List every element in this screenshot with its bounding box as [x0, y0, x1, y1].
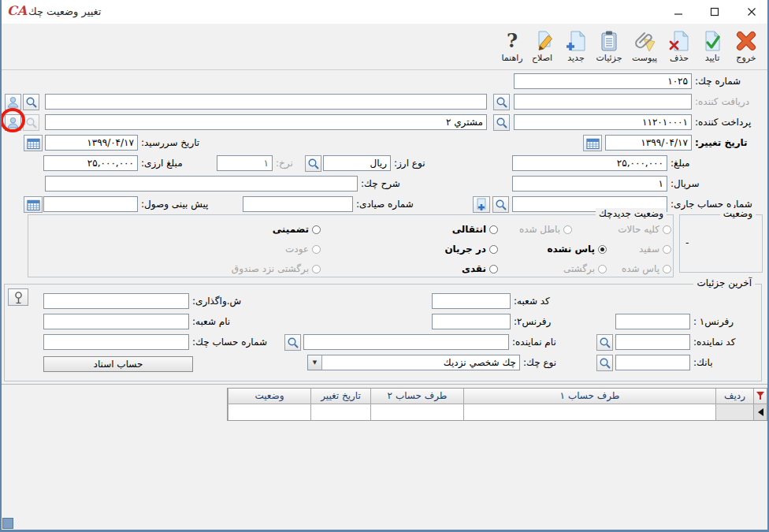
branch-code-field[interactable] — [432, 293, 511, 309]
payer-name-field[interactable]: مشتري ۲ — [45, 114, 487, 130]
currency-search-button[interactable] — [305, 155, 321, 172]
search-icon — [495, 199, 507, 211]
receiver-person-button[interactable] — [5, 94, 21, 110]
delete-button[interactable]: حذف — [663, 25, 695, 66]
chevron-down-icon[interactable]: ▼ — [308, 355, 322, 370]
column-header-change-date[interactable]: تاریخ تغییر — [310, 389, 370, 404]
radio-blank[interactable]: سفید — [639, 243, 671, 255]
maximize-button[interactable] — [703, 5, 726, 19]
agent-name-search-button[interactable] — [284, 334, 301, 351]
column-header-account1[interactable]: طرف حساب ۱ — [463, 389, 715, 404]
change-date-field[interactable]: ۱۳۹۹/۰۴/۱۷ — [605, 135, 692, 151]
branch-name-field[interactable] — [43, 314, 189, 329]
amount-field[interactable]: ۲۵,۰۰۰,۰۰۰ — [512, 155, 667, 171]
radio-circle — [312, 225, 321, 234]
radio-cleared[interactable]: پاس شده — [622, 262, 671, 275]
help-button[interactable]: ? راهنما — [497, 25, 527, 66]
close-button[interactable] — [740, 5, 763, 19]
search-icon — [25, 96, 38, 109]
attach-button[interactable]: پیوست — [629, 25, 660, 66]
column-header-status[interactable]: وضعیت — [228, 389, 310, 404]
filter-header-cell[interactable] — [753, 389, 767, 404]
agent-code-field[interactable] — [615, 334, 690, 350]
collect-forecast-calendar-button[interactable] — [24, 196, 43, 213]
payer-person-button[interactable] — [5, 114, 21, 131]
confirm-button[interactable]: تایید — [697, 25, 728, 66]
sayad-no-field[interactable] — [243, 196, 353, 212]
delete-icon — [668, 25, 690, 52]
documents-account-button[interactable]: حساب اسناد — [43, 356, 193, 372]
receiver-code-field[interactable] — [514, 94, 692, 110]
assignment-no-field[interactable] — [43, 293, 189, 309]
currency-amount-field[interactable]: ۲۵,۰۰۰,۰۰۰ — [43, 155, 138, 171]
radio-all-states[interactable]: كلیه حالات — [618, 223, 671, 236]
change-date-label: تاریخ تغییر: — [695, 135, 748, 151]
radio-in-progress[interactable]: در جریان — [444, 243, 498, 255]
cell-change-date[interactable] — [310, 404, 370, 420]
new-button[interactable]: جدید — [560, 25, 592, 66]
maximize-icon — [710, 7, 719, 17]
bank-field[interactable] — [615, 355, 690, 370]
change-date-calendar-button[interactable] — [583, 135, 602, 151]
cell-status[interactable] — [228, 404, 310, 420]
cheque-no-field[interactable]: ۱۰۲۵ — [514, 73, 692, 89]
assignment-no-label: ش.واگذاری: — [192, 293, 241, 309]
search-icon — [496, 96, 508, 109]
ref2-field[interactable] — [432, 314, 511, 329]
cell-row-no[interactable] — [715, 404, 753, 420]
due-date-calendar-button[interactable] — [24, 135, 43, 151]
collect-forecast-label: پیش بینی وصول: — [141, 196, 208, 212]
calendar-icon — [586, 137, 600, 150]
agent-name-label: نام نماینده: — [512, 334, 556, 350]
ref1-field[interactable] — [615, 314, 690, 329]
cheque-desc-field[interactable] — [45, 176, 358, 192]
current-account-search-button[interactable] — [492, 196, 509, 213]
add-account-button[interactable] — [473, 196, 490, 213]
radio-voided[interactable]: باطل شده — [519, 223, 572, 236]
receiver-name-search-button[interactable] — [23, 94, 39, 110]
due-date-field[interactable]: ۱۳۹۹/۰۴/۱۷ — [45, 135, 138, 151]
currency-type-field[interactable]: ریال — [323, 155, 391, 171]
cheque-account-field[interactable] — [43, 334, 189, 350]
cell-account1[interactable] — [463, 404, 715, 420]
column-header-account2[interactable]: طرف حساب ۲ — [370, 389, 463, 404]
payer-search-button[interactable] — [493, 114, 510, 131]
radio-bounced[interactable]: برگشتی — [563, 262, 607, 275]
radio-cash[interactable]: نقدی — [462, 262, 498, 275]
radio-bounced-at-cashbox[interactable]: برگشتی نزد صندوق — [232, 262, 321, 275]
new-status-group-title: وضعیت جدیدچك — [596, 208, 667, 219]
edit-button[interactable]: اصلاح — [527, 25, 557, 66]
exit-button[interactable]: خروج — [730, 25, 763, 66]
table-row[interactable] — [228, 404, 767, 420]
agent-code-search-button[interactable] — [596, 334, 613, 351]
agent-name-field[interactable] — [303, 334, 509, 350]
scroll-corner[interactable] — [2, 518, 13, 529]
row-marker-icon — [758, 408, 763, 416]
window-border-left — [0, 0, 2, 532]
bank-search-button[interactable] — [596, 355, 613, 371]
status-groupbox: وضعیت - — [679, 214, 763, 273]
paperclip-icon — [633, 25, 656, 52]
radio-not-cleared[interactable]: پاس نشده — [548, 243, 607, 255]
payer-name-search-button[interactable] — [23, 114, 39, 131]
radio-guarantee[interactable]: تضمینی — [273, 223, 321, 236]
radio-circle — [489, 265, 498, 273]
column-header-row-no[interactable]: ردیف — [715, 389, 753, 404]
cell-account2[interactable] — [370, 404, 463, 420]
branch-code-label: كد شعبه: — [514, 293, 550, 309]
radio-transfer[interactable]: انتقالی — [452, 223, 498, 236]
serial-field[interactable]: ۱ — [512, 176, 667, 192]
rate-field[interactable]: ۱ — [217, 155, 273, 171]
toolbar: خروج تایید حذف پیوست جزئیات جدید — [0, 24, 769, 70]
search-icon — [599, 337, 611, 349]
application-window: CA تغییر وضعیت چك خروج تایید حذف — [0, 0, 769, 532]
collect-forecast-field[interactable] — [43, 196, 138, 212]
details-button[interactable]: جزئیات — [593, 25, 626, 66]
receiver-name-field[interactable] — [45, 94, 487, 110]
payer-code-field[interactable]: ۱۱۲۰۱۰۰۰۱ — [514, 114, 692, 130]
pin-button[interactable] — [8, 288, 28, 306]
minimize-button[interactable] — [667, 5, 690, 19]
cheque-type-combobox[interactable]: چك شخصي نزديك ▼ — [307, 355, 520, 370]
radio-returned[interactable]: عودت — [285, 243, 321, 255]
receiver-search-button[interactable] — [493, 94, 510, 110]
